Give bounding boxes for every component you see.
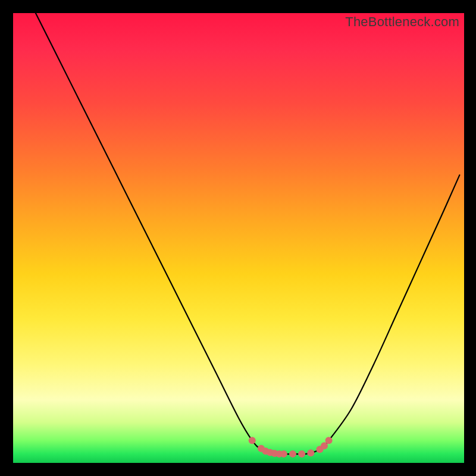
curve-marker <box>307 449 314 456</box>
curve-marker <box>275 450 283 458</box>
chart-frame: TheBottleneck.com <box>0 0 476 476</box>
curve-marker <box>267 449 274 456</box>
curve-marker <box>271 450 278 457</box>
curve-marker <box>258 445 265 452</box>
curve-marker <box>289 450 296 458</box>
plot-area: TheBottleneck.com <box>13 13 464 463</box>
curve-marker <box>262 447 269 455</box>
curve-marker <box>316 446 323 453</box>
bottleneck-curve <box>13 13 464 463</box>
curve-marker <box>325 437 333 444</box>
curve-marker <box>321 442 328 449</box>
curve-marker <box>280 450 287 458</box>
watermark-label: TheBottleneck.com <box>345 14 459 30</box>
curve-marker <box>249 437 256 444</box>
curve-marker <box>298 450 305 458</box>
